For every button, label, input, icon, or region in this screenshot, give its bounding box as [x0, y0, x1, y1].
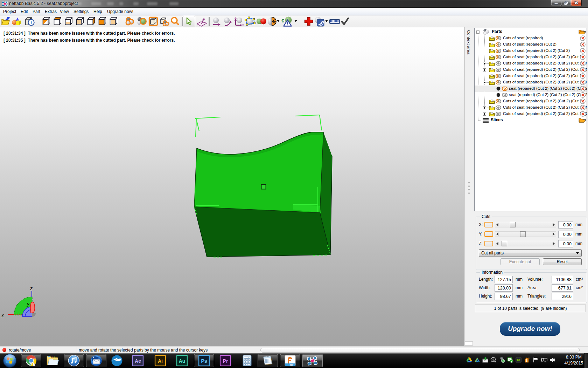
menu-item-upgrade-now-[interactable]: Upgrade now!	[107, 9, 133, 14]
taskbar-netfabb-button[interactable]	[302, 354, 323, 367]
open-slices-folder-icon[interactable]	[579, 117, 586, 123]
show-desktop-button[interactable]	[584, 353, 588, 368]
eye-half-icon[interactable]	[496, 99, 501, 103]
move-part-icon[interactable]	[212, 16, 222, 26]
zoom-selected-icon[interactable]	[136, 16, 147, 26]
view-front-icon[interactable]	[98, 16, 106, 26]
view-left-icon[interactable]	[109, 16, 117, 26]
delete-part-button[interactable]	[580, 73, 586, 79]
tree-row[interactable]: Cuts of seat (repaired) (Cut 2)	[475, 41, 587, 48]
eye-off-icon[interactable]	[496, 105, 501, 110]
taskbar-audition-button[interactable]: Au	[173, 354, 191, 367]
tree-row[interactable]: Cuts of seat (repaired) (Cut 2) (Cut 2) …	[475, 60, 587, 67]
delete-part-button[interactable]	[580, 92, 586, 98]
taskbar-clock[interactable]: 8:33 PM 4/19/2015	[565, 354, 583, 366]
eye-half-icon[interactable]	[496, 36, 501, 40]
taskbar-notepad-button[interactable]	[258, 354, 278, 367]
taskbar-premiere-button[interactable]: Pr	[216, 354, 234, 367]
tree-row[interactable]: seat (repaired) (Cut 2) (Cut 2) (Cut 2) …	[475, 92, 587, 98]
add-part-icon[interactable]	[12, 16, 21, 26]
add-repair-icon[interactable]	[304, 16, 314, 26]
menu-item-view[interactable]: View	[60, 9, 69, 14]
taskbar-illustrator-button[interactable]: Ai	[151, 354, 169, 367]
cut-pie-icon[interactable]	[267, 16, 277, 26]
expander-plus[interactable]	[483, 62, 486, 65]
tree-row[interactable]: Cuts of seat (repaired) (Cut 2) (Cut 2) …	[475, 67, 587, 73]
open-project-icon[interactable]	[1, 16, 11, 26]
tree-row[interactable]: Cuts of seat (repaired) (Cut 2) (Cut 2) …	[475, 54, 587, 60]
view-right-icon[interactable]	[87, 16, 95, 26]
tray-usb-eject-icon[interactable]	[499, 357, 505, 363]
delete-part-button[interactable]	[580, 48, 586, 54]
context-plane-tool-icon[interactable]	[196, 16, 208, 27]
zoom-magnifier-icon[interactable]	[170, 16, 180, 26]
taskbar-itunes-button[interactable]	[64, 354, 84, 367]
tree-row[interactable]: Cuts of seat (repaired) (Cut 2) (Cut 2) …	[475, 98, 587, 104]
tree-row-parts[interactable]: Parts	[475, 29, 587, 35]
delete-part-button[interactable]	[580, 111, 586, 117]
view-iso-icon[interactable]	[42, 16, 50, 26]
view-back-icon[interactable]	[76, 16, 84, 26]
seat-3d-model[interactable]	[189, 111, 340, 262]
cut-axis-slider[interactable]	[495, 241, 556, 246]
menu-item-extras[interactable]: Extras	[45, 9, 57, 14]
delete-part-button[interactable]	[580, 35, 586, 41]
eye-half-icon[interactable]	[496, 74, 501, 78]
horizontal-scrollbar[interactable]	[260, 348, 580, 353]
taskbar-after-effects-button[interactable]: Ae	[129, 354, 147, 367]
eye-off-icon[interactable]	[502, 93, 507, 97]
taskbar-calculator-button[interactable]: 0	[238, 354, 256, 367]
tray-volume-icon[interactable]	[550, 357, 555, 363]
slider-right-arrow[interactable]	[553, 223, 555, 226]
cut-axis-checkbox[interactable]	[484, 231, 493, 237]
taskbar-fusion-360-button[interactable]: 360	[280, 354, 300, 367]
tree-row[interactable]: seat (repaired) (Cut 2) (Cut 2) (Cut 2) …	[475, 86, 587, 92]
tree-row[interactable]: Cuts of seat (repaired) (Cut 2) (Cut 2) …	[475, 104, 587, 111]
eye-off-icon[interactable]	[496, 112, 501, 116]
slice-caret-icon[interactable]	[325, 20, 328, 23]
cut-axis-checkbox[interactable]	[484, 222, 493, 227]
slider-thumb[interactable]	[520, 231, 526, 237]
tray-autodesk-icon[interactable]	[474, 357, 480, 362]
zoom-box-icon[interactable]	[148, 16, 158, 26]
menu-item-settings[interactable]: Settings	[74, 9, 89, 14]
tray-nvidia-icon[interactable]	[516, 357, 522, 363]
view-top-icon[interactable]	[53, 16, 61, 26]
taskbar-chrome-button[interactable]	[21, 354, 41, 367]
eye-off-icon[interactable]	[496, 61, 501, 66]
tree-row[interactable]: Cuts of seat (repaired) (Cut 2) (Cut 2) …	[475, 79, 587, 86]
delete-part-button[interactable]	[580, 54, 586, 60]
tray-network-icon[interactable]	[541, 357, 547, 363]
execute-cut-button[interactable]: Execute cut	[500, 258, 540, 265]
splitter-grip[interactable]	[468, 182, 470, 194]
delete-part-button[interactable]	[580, 80, 586, 85]
slider-right-arrow[interactable]	[553, 242, 555, 245]
tray-mail-download-icon[interactable]	[482, 357, 489, 363]
measure-ruler-icon[interactable]	[329, 16, 340, 26]
tree-row[interactable]: Cuts of seat (repaired) (Cut 2) (Cut 2) …	[475, 111, 587, 117]
zoom-parts-icon[interactable]	[159, 16, 170, 26]
zoom-all-icon[interactable]	[125, 16, 135, 26]
menu-item-project[interactable]: Project	[3, 9, 16, 14]
slider-left-arrow[interactable]	[496, 232, 498, 236]
taskbar-start-orb[interactable]	[1, 354, 18, 367]
scale-part-icon[interactable]	[233, 16, 244, 26]
tree-row[interactable]: Cuts of seat (repaired) (Cut 2) (Cut 2) …	[475, 73, 587, 79]
tree-row-slices[interactable]: Slices	[475, 117, 587, 123]
eye-on-icon[interactable]	[502, 87, 507, 91]
cut-pie-caret-icon[interactable]	[277, 20, 280, 23]
cut-axis-slider[interactable]	[495, 222, 556, 227]
select-tool-icon[interactable]	[184, 17, 193, 26]
expander-plus[interactable]	[483, 113, 486, 116]
boolean-operation-icon[interactable]	[256, 16, 267, 26]
slider-thumb[interactable]	[510, 222, 516, 227]
eye-half-icon[interactable]	[496, 49, 501, 53]
delete-part-button[interactable]	[580, 98, 586, 104]
slider-thumb[interactable]	[502, 241, 507, 246]
view-bottom-icon[interactable]	[64, 16, 72, 26]
tray-alert-home-icon[interactable]	[524, 357, 530, 363]
cut-axis-slider[interactable]	[495, 231, 556, 237]
part-info-icon[interactable]: i	[24, 16, 35, 26]
cut-value-input[interactable]: 0.00	[558, 221, 573, 229]
menu-item-help[interactable]: Help	[93, 9, 102, 14]
